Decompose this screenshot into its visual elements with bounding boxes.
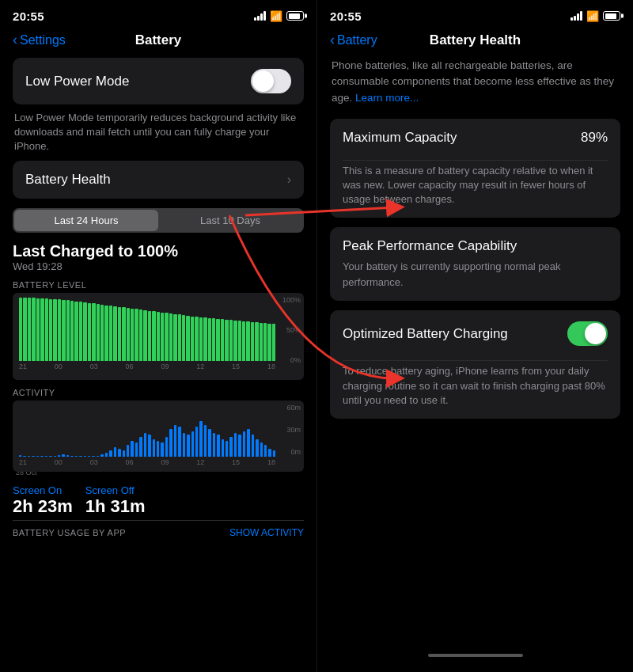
battery-level-label: BATTERY LEVEL <box>13 280 304 290</box>
toggle-knob-optimized <box>585 323 606 344</box>
activity-bar <box>161 442 163 457</box>
back-label-right: Battery <box>337 33 377 47</box>
activity-bar <box>273 450 275 457</box>
battery-usage-label: BATTERY USAGE BY APP <box>13 528 126 537</box>
time-range-tabs: Last 24 Hours Last 10 Days <box>13 208 304 233</box>
battery-bar <box>36 298 40 361</box>
screen-off-label: Screen Off <box>85 484 146 496</box>
y-label-50: 50% <box>282 326 301 334</box>
y-label-0: 0% <box>282 356 301 364</box>
low-power-label: Low Power Mode <box>25 74 129 89</box>
battery-bar <box>267 324 271 361</box>
battery-bar <box>66 300 70 360</box>
tab-24hours[interactable]: Last 24 Hours <box>14 210 158 231</box>
show-activity-button[interactable]: SHOW ACTIVITY <box>229 527 304 538</box>
battery-bar <box>221 319 224 361</box>
battery-bar <box>157 312 160 361</box>
battery-bar <box>152 311 155 360</box>
activity-bar <box>23 456 25 457</box>
activity-bars <box>16 405 279 457</box>
y-label-30m: 30m <box>286 426 301 434</box>
battery-bar <box>113 306 116 361</box>
low-power-toggle[interactable] <box>251 69 291 93</box>
activity-bar <box>109 450 112 457</box>
activity-bar <box>169 429 172 457</box>
back-button-left[interactable]: ‹ Settings <box>13 32 66 48</box>
activity-bar <box>165 437 168 457</box>
battery-bar <box>169 313 172 361</box>
activity-bar <box>264 445 267 457</box>
last-charged-subtitle: Wed 19:28 <box>13 260 304 272</box>
battery-bar <box>23 298 26 361</box>
battery-bar <box>118 307 121 361</box>
optimized-charging-row: Optimized Battery Charging <box>330 310 620 357</box>
low-power-mode-row[interactable]: Low Power Mode <box>13 58 304 104</box>
activity-bar <box>75 456 78 457</box>
activity-bar <box>45 456 47 457</box>
chevron-left-icon: ‹ <box>13 32 17 48</box>
battery-bar <box>246 321 249 361</box>
status-bar-left: 20:55 📶 <box>0 0 316 28</box>
optimized-charging-label: Optimized Battery Charging <box>343 326 508 342</box>
battery-bar <box>127 308 130 361</box>
battery-health-row[interactable]: Battery Health › <box>13 161 304 199</box>
battery-bar <box>199 317 203 361</box>
activity-bar <box>174 425 176 457</box>
activity-bar <box>199 421 202 457</box>
activity-bar <box>222 439 224 457</box>
activity-bar <box>144 433 146 457</box>
home-indicator-right <box>317 650 633 666</box>
intro-text: Phone batteries, like all rechargeable b… <box>330 58 620 106</box>
learn-more-link[interactable]: Learn more... <box>355 92 419 104</box>
battery-bar <box>233 321 237 361</box>
wifi-icon: 📶 <box>270 10 282 22</box>
battery-bar <box>182 315 185 360</box>
activity-bar <box>195 427 198 457</box>
battery-bar <box>62 300 65 361</box>
optimized-charging-toggle[interactable] <box>567 321 608 346</box>
activity-bar <box>49 456 51 457</box>
chevron-right-icon: › <box>287 173 291 187</box>
battery-bar <box>173 314 176 361</box>
tab-10days[interactable]: Last 10 Days <box>158 210 302 231</box>
activity-bar <box>92 456 94 457</box>
activity-section: ACTIVITY 60m 30m 0m 21 00 03 06 09 12 15… <box>13 388 304 476</box>
battery-y-labels: 100% 50% 0% <box>282 296 301 364</box>
screen-on-stat: Screen On 2h 23m <box>13 484 73 517</box>
battery-bar <box>272 324 275 361</box>
battery-bar <box>139 309 142 360</box>
activity-bar <box>36 456 39 457</box>
activity-bar <box>123 450 125 457</box>
back-label-left: Settings <box>20 33 66 47</box>
activity-bar <box>19 455 21 457</box>
activity-bar <box>234 433 237 457</box>
right-panel: 20:55 📶 ‹ Battery Battery Health Phone b… <box>316 0 633 672</box>
activity-bar <box>178 427 180 457</box>
status-bar-right: 20:55 📶 <box>317 0 633 28</box>
battery-bar <box>238 321 241 361</box>
battery-bar <box>143 310 146 361</box>
battery-bar <box>229 320 233 361</box>
nav-bar-right: ‹ Battery Battery Health <box>317 28 633 58</box>
battery-bar <box>70 301 74 361</box>
status-icons-right: 📶 <box>570 10 620 22</box>
battery-bar <box>225 320 228 361</box>
signal-icon-right <box>570 11 582 21</box>
battery-bar <box>109 306 112 360</box>
screen-on-label: Screen On <box>13 484 73 496</box>
battery-bar <box>212 318 215 361</box>
activity-bar <box>88 456 90 457</box>
battery-bar <box>45 298 48 360</box>
activity-bar <box>32 456 34 457</box>
battery-bar <box>255 322 258 361</box>
activity-bar <box>191 431 194 457</box>
capacity-description: This is a measure of battery capacity re… <box>330 158 620 218</box>
back-button-right[interactable]: ‹ Battery <box>330 32 377 48</box>
activity-bar <box>40 456 43 457</box>
chevron-left-icon-right: ‹ <box>330 32 335 48</box>
maximum-capacity-section: Maximum Capacity 89% This is a measure o… <box>330 119 620 218</box>
battery-bar <box>104 306 108 361</box>
battery-bar <box>260 323 263 361</box>
page-title-right: Battery Health <box>430 32 521 48</box>
battery-bar <box>203 317 207 361</box>
